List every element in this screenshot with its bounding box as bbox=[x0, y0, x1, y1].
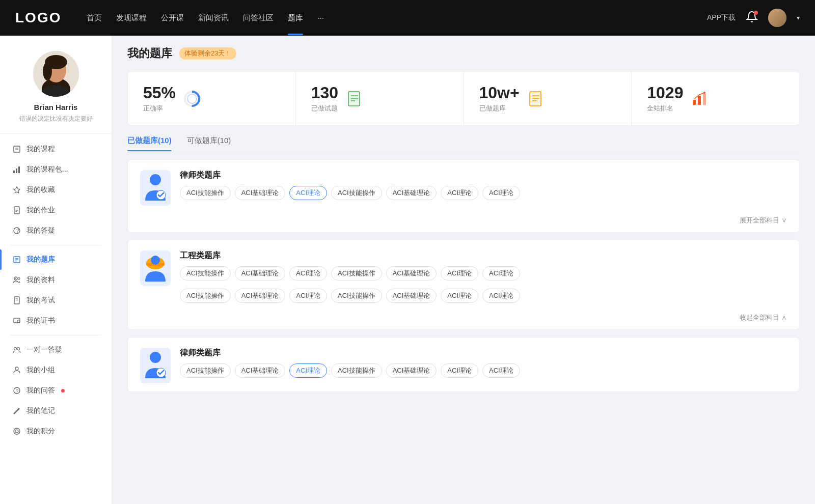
svg-rect-54 bbox=[703, 94, 706, 105]
bank-expand-engineer[interactable]: 收起全部科目 ∧ bbox=[128, 311, 799, 329]
bank-section-lawyer-1: 律师类题库 ACI技能操作 ACI基础理论 ACI理论 ACI技能操作 ACI基… bbox=[127, 159, 800, 233]
sidebar: Brian Harris 错误的决定比没有决定要好 我的课程 我的课程包... bbox=[0, 36, 112, 504]
bank-tag[interactable]: ACI技能操作 bbox=[180, 266, 231, 281]
navbar-right: APP下载 ▾ bbox=[707, 9, 800, 27]
bank-tag[interactable]: ACI技能操作 bbox=[331, 186, 382, 200]
nav-questions[interactable]: 题库 bbox=[288, 13, 303, 23]
bank-tag[interactable]: ACI技能操作 bbox=[331, 289, 382, 303]
user-avatar[interactable] bbox=[768, 9, 786, 27]
sidebar-item-courses[interactable]: 我的课程 bbox=[0, 139, 112, 159]
bank-tag[interactable]: ACI基础理论 bbox=[386, 266, 437, 281]
sidebar-item-exams[interactable]: 我的考试 bbox=[0, 290, 112, 311]
nav-discover[interactable]: 发现课程 bbox=[116, 13, 147, 23]
bank-tag[interactable]: ACI基础理论 bbox=[386, 363, 437, 378]
bank-tag[interactable]: ACI理论 bbox=[441, 289, 478, 303]
sidebar-label-course-pack: 我的课程包... bbox=[26, 165, 68, 174]
tab-done-banks[interactable]: 已做题库(10) bbox=[127, 136, 172, 151]
nav-home[interactable]: 首页 bbox=[87, 13, 102, 23]
sidebar-label-points: 我的积分 bbox=[26, 427, 55, 436]
svg-point-4 bbox=[43, 62, 52, 80]
sidebar-item-qa-answers[interactable]: ? 我的答疑 bbox=[0, 220, 112, 241]
bank-tag[interactable]: ACI理论 bbox=[441, 186, 478, 200]
bank-tag[interactable]: ACI技能操作 bbox=[180, 186, 231, 200]
bank-tag[interactable]: ACI理论 bbox=[482, 363, 520, 378]
profile-name: Brian Harris bbox=[34, 103, 78, 111]
sidebar-item-question-bank[interactable]: 我的题库 bbox=[0, 249, 112, 270]
sidebar-label-notes: 我的笔记 bbox=[26, 406, 55, 415]
stat-ranking-label: 全站排名 bbox=[647, 104, 683, 113]
svg-point-56 bbox=[150, 174, 161, 185]
courses-icon bbox=[12, 145, 21, 154]
main-content: 我的题库 体验剩余23天！ 55% 正确率 bbox=[112, 36, 815, 504]
nav-qa[interactable]: 问答社区 bbox=[243, 13, 274, 23]
svg-point-41 bbox=[187, 94, 197, 103]
certificates-icon bbox=[12, 316, 21, 325]
bank-tag[interactable]: ACI理论 bbox=[441, 266, 478, 281]
nav-links: 首页 发现课程 公开课 新闻资讯 问答社区 题库 ··· bbox=[87, 13, 692, 23]
sidebar-item-my-qa[interactable]: ? 我的问答 bbox=[0, 380, 112, 401]
nav-opencourse[interactable]: 公开课 bbox=[161, 13, 184, 23]
bank-tag[interactable]: ACI基础理论 bbox=[235, 289, 286, 303]
bank-tag-selected[interactable]: ACI理论 bbox=[289, 363, 327, 378]
nav-news[interactable]: 新闻资讯 bbox=[198, 13, 229, 23]
bank-tag[interactable]: ACI技能操作 bbox=[180, 363, 231, 378]
sidebar-item-course-pack[interactable]: 我的课程包... bbox=[0, 159, 112, 180]
bank-tag[interactable]: ACI理论 bbox=[482, 289, 520, 303]
bank-tag[interactable]: ACI技能操作 bbox=[331, 363, 382, 378]
sidebar-label-question-bank: 我的题库 bbox=[26, 255, 55, 264]
notification-dot bbox=[754, 11, 758, 15]
sidebar-profile: Brian Harris 错误的决定比没有决定要好 bbox=[0, 36, 112, 134]
svg-rect-52 bbox=[693, 100, 696, 105]
svg-point-38 bbox=[15, 430, 18, 433]
bank-tag[interactable]: ACI基础理论 bbox=[235, 186, 286, 200]
accuracy-pie-icon bbox=[183, 90, 201, 108]
bank-icon-engineer bbox=[140, 250, 171, 286]
bank-name-lawyer-2: 律师类题库 bbox=[180, 348, 787, 358]
svg-rect-10 bbox=[16, 169, 17, 173]
stat-ranking-value: 1029 bbox=[647, 84, 683, 102]
bank-tag[interactable]: ACI基础理论 bbox=[235, 363, 286, 378]
bank-tag[interactable]: ACI理论 bbox=[289, 289, 327, 303]
bank-section-engineer: 工程类题库 ACI技能操作 ACI基础理论 ACI理论 ACI技能操作 ACI基… bbox=[127, 240, 800, 330]
bank-tag[interactable]: ACI基础理论 bbox=[386, 186, 437, 200]
profile-motto: 错误的决定比没有决定要好 bbox=[19, 115, 93, 123]
my-qa-badge bbox=[61, 389, 65, 393]
profile-avatar[interactable] bbox=[33, 51, 79, 97]
sidebar-item-materials[interactable]: 我的资料 bbox=[0, 270, 112, 290]
svg-point-33 bbox=[15, 367, 18, 370]
notification-bell[interactable] bbox=[746, 11, 758, 25]
svg-point-24 bbox=[15, 278, 16, 279]
page-layout: Brian Harris 错误的决定比没有决定要好 我的课程 我的课程包... bbox=[0, 36, 815, 504]
bank-expand-lawyer-1[interactable]: 展开全部科目 ∨ bbox=[128, 214, 799, 232]
bank-tag-selected[interactable]: ACI理论 bbox=[289, 186, 327, 200]
svg-text:?: ? bbox=[16, 388, 19, 394]
sidebar-item-notes[interactable]: 我的笔记 bbox=[0, 401, 112, 421]
bank-tag[interactable]: ACI理论 bbox=[482, 186, 520, 200]
user-menu-chevron[interactable]: ▾ bbox=[797, 14, 800, 21]
stat-done-banks: 10w+ 已做题库 bbox=[464, 72, 632, 125]
nav-more[interactable]: ··· bbox=[317, 13, 324, 23]
bank-tag[interactable]: ACI技能操作 bbox=[331, 266, 382, 281]
question-bank-icon bbox=[12, 255, 21, 264]
sidebar-item-groups[interactable]: 我的小组 bbox=[0, 360, 112, 380]
tab-available-banks[interactable]: 可做题库(10) bbox=[187, 136, 231, 151]
app-download-button[interactable]: APP下载 bbox=[707, 13, 736, 22]
bank-tag[interactable]: ACI理论 bbox=[441, 363, 478, 378]
bank-tag[interactable]: ACI理论 bbox=[289, 266, 327, 281]
sidebar-item-certificates[interactable]: 我的证书 bbox=[0, 311, 112, 331]
sidebar-item-one-on-one[interactable]: 一对一答疑 bbox=[0, 340, 112, 360]
svg-point-61 bbox=[150, 352, 161, 363]
sidebar-item-homework[interactable]: 我的作业 bbox=[0, 200, 112, 220]
sidebar-item-points[interactable]: 我的积分 bbox=[0, 421, 112, 441]
bank-tag[interactable]: ACI基础理论 bbox=[235, 266, 286, 281]
notes-icon bbox=[12, 406, 21, 415]
bank-section-lawyer-2: 律师类题库 ACI技能操作 ACI基础理论 ACI理论 ACI技能操作 ACI基… bbox=[127, 337, 800, 392]
svg-point-37 bbox=[14, 428, 20, 434]
stat-ranking: 1029 全站排名 bbox=[632, 72, 799, 125]
bank-tag[interactable]: ACI技能操作 bbox=[180, 289, 231, 303]
bank-tag[interactable]: ACI理论 bbox=[482, 266, 520, 281]
bank-tag[interactable]: ACI基础理论 bbox=[386, 289, 437, 303]
profile-avatar-image bbox=[33, 51, 79, 97]
sidebar-item-favorites[interactable]: 我的收藏 bbox=[0, 180, 112, 200]
sidebar-divider-1 bbox=[10, 245, 101, 245]
